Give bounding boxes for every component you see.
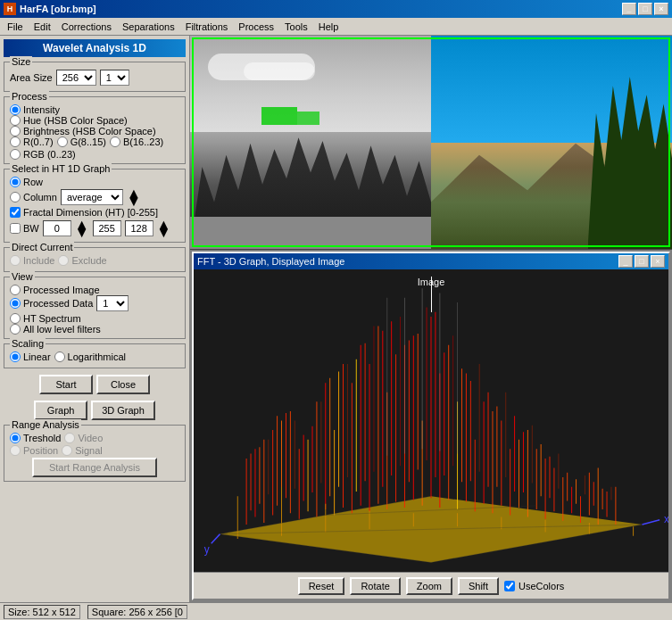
processed-data-option[interactable]: Processed Data [10,298,93,309]
fractal-dim-check[interactable] [10,207,21,218]
app-icon: H [4,3,16,15]
rotate-button[interactable]: Rotate [350,577,400,595]
3d-graph: Image x [194,269,668,572]
graph-3d-button[interactable]: 3D Graph [91,401,155,420]
video-radio[interactable] [64,433,75,443]
average-spinner[interactable]: ▲ ▼ [127,189,141,205]
bw-val-input[interactable] [125,220,153,236]
bw-check-option[interactable]: BW [10,223,39,234]
process-intensity-option[interactable]: Intensity [10,104,179,115]
column-radio[interactable] [10,192,21,203]
title-bar: H HarFA [obr.bmp] _ □ × [0,0,672,18]
process-brightness-option[interactable]: Brightness (HSB Color Space) [10,126,179,136]
process-brightness-radio[interactable] [10,126,21,136]
signal-option[interactable]: Signal [62,445,103,456]
menu-corrections[interactable]: Corrections [56,20,117,34]
position-option[interactable]: Position [10,445,58,456]
graph-button[interactable]: Graph [34,401,87,420]
select-ht-label: Select in HT 1D Graph [10,163,112,174]
process-hue-option[interactable]: Hue (HSB Color Space) [10,115,179,126]
reset-button[interactable]: Reset [298,577,345,595]
size-group-label: Size [10,56,32,67]
video-option[interactable]: Video [64,433,103,443]
treshold-radio[interactable] [10,433,21,443]
panel-title: Wavelet Analysis 1D [4,39,186,57]
area-size-select[interactable]: 256128512 [56,70,96,86]
process-group-label: Process [10,91,49,102]
menu-edit[interactable]: Edit [29,20,56,34]
all-low-radio[interactable] [10,324,21,335]
menu-file[interactable]: File [2,20,29,34]
all-low-option[interactable]: All low level filters [10,324,179,335]
process-rgb023-radio[interactable] [10,149,21,160]
log-radio[interactable] [54,351,65,362]
process-rgb023-option[interactable]: RGB (0..23) [10,149,179,160]
process-r07-radio[interactable] [10,136,21,147]
row-option[interactable]: Row [10,177,43,187]
process-g815-radio[interactable] [57,136,68,147]
processed-image-option[interactable]: Processed Image [10,285,179,295]
ht-spectrum-radio[interactable] [10,313,21,324]
select-ht-group: Select in HT 1D Graph Row Column average [4,169,186,243]
close-button[interactable]: × [654,3,668,15]
use-colors-option[interactable]: UseColors [504,581,564,591]
linear-radio[interactable] [10,351,21,362]
exclude-radio[interactable] [58,255,69,266]
start-range-button[interactable]: Start Range Analysis [32,458,157,477]
include-option[interactable]: Include [10,255,54,266]
average-select[interactable]: average [61,189,123,205]
include-radio[interactable] [10,255,21,266]
treshold-option[interactable]: Treshold [10,433,61,443]
size-group: Size Area Size 256128512 124 [4,62,186,92]
bw-max-input[interactable] [93,220,121,236]
ht-spectrum-option[interactable]: HT Spectrum [10,313,179,324]
menu-help[interactable]: Help [313,20,344,34]
log-option[interactable]: Logarithmical [54,351,126,362]
fft-window: FFT - 3D Graph, Displayed Image _ □ × Im… [192,252,670,600]
bw-checkbox[interactable] [10,223,21,234]
fft-close[interactable]: × [651,255,665,268]
fft-minimize[interactable]: _ [618,255,633,268]
linear-option[interactable]: Linear [10,351,51,362]
fft-maximize[interactable]: □ [635,255,649,268]
column-option[interactable]: Column [10,192,57,203]
row-radio[interactable] [10,177,21,187]
zoom-button[interactable]: Zoom [406,577,452,595]
menu-separations[interactable]: Separations [117,20,180,34]
process-b1623-option[interactable]: B(16..23) [110,136,163,147]
use-colors-check[interactable] [504,581,515,591]
process-g815-option[interactable]: G(8..15) [57,136,106,147]
maximize-button[interactable]: □ [638,3,652,15]
menu-process[interactable]: Process [233,20,279,34]
range-analysis-group: Range Analysis Treshold Video Positi [4,425,186,482]
fft-title: FFT - 3D Graph, Displayed Image [197,256,344,267]
signal-radio[interactable] [62,445,72,456]
processed-data-select[interactable]: 123 [96,295,129,311]
fractal-dim-option[interactable]: Fractal Dimension (HT) [0-255] [10,207,179,218]
start-button[interactable]: Start [39,375,93,394]
menu-filtrations[interactable]: Filtrations [180,20,234,34]
image-right-half [431,36,672,249]
scaling-group: Scaling Linear Logarithmical [4,343,186,368]
minimize-button[interactable]: _ [622,3,636,15]
processed-data-radio[interactable] [10,298,21,309]
direct-current-group: Direct Current Include Exclude [4,247,186,272]
image-display [190,36,672,249]
process-intensity-radio[interactable] [10,104,21,115]
exclude-option[interactable]: Exclude [58,255,106,266]
process-b1623-radio[interactable] [110,136,120,147]
process-hue-radio[interactable] [10,115,21,126]
menu-bar: File Edit Corrections Separations Filtra… [0,18,672,36]
shift-button[interactable]: Shift [458,577,499,595]
bw-min-input[interactable] [43,220,71,236]
menu-tools[interactable]: Tools [279,20,313,34]
use-colors-label: UseColors [519,581,564,591]
processed-image-radio[interactable] [10,285,21,295]
second-select[interactable]: 124 [100,70,129,86]
view-group: View Processed Image Processed Data 123 [4,277,186,339]
image-left-half [190,36,431,249]
position-radio[interactable] [10,445,21,456]
square-status: Square: 256 x 256 [0 [87,605,187,619]
process-r07-option[interactable]: R(0..7) [10,136,54,147]
close-button-main[interactable]: Close [96,375,150,394]
